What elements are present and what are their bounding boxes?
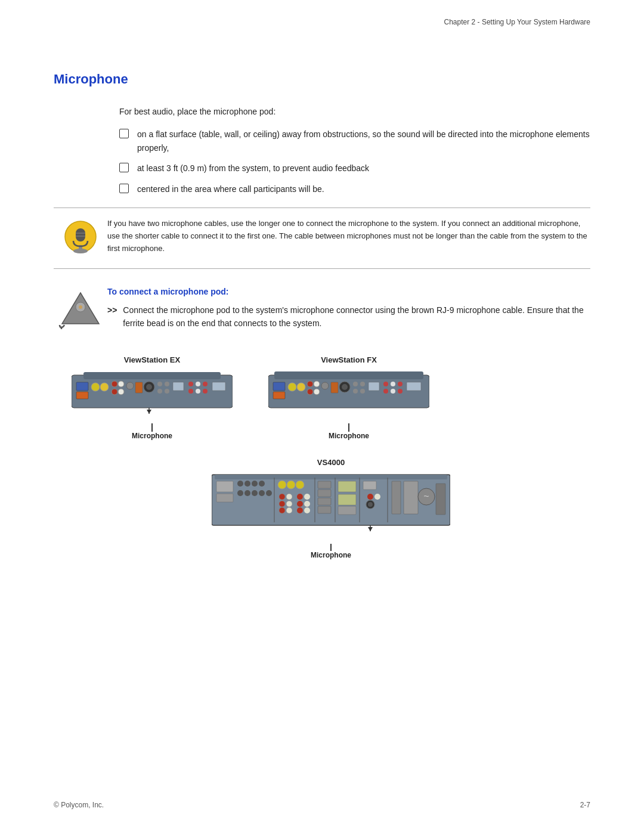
svg-point-84 (286, 501, 292, 507)
bullet-text-2: at least 3 ft (0.9 m) from the system, t… (137, 162, 369, 175)
connector-label-vs4000: Microphone (311, 551, 351, 559)
checkbox-icon (119, 184, 129, 193)
diagram-label-ex: ViewStation EX (124, 355, 180, 364)
svg-point-75 (259, 490, 265, 496)
svg-point-104 (367, 494, 373, 500)
svg-point-90 (304, 501, 310, 507)
svg-rect-100 (338, 494, 356, 505)
svg-point-47 (314, 389, 320, 395)
checkbox-icon (119, 129, 129, 138)
svg-point-59 (391, 382, 395, 386)
bullet-text-1: on a flat surface (table, wall, or ceili… (137, 128, 590, 154)
svg-point-16 (112, 381, 117, 387)
list-item: at least 3 ft (0.9 m) from the system, t… (119, 162, 590, 175)
svg-point-26 (165, 382, 169, 386)
svg-point-78 (278, 481, 286, 489)
svg-point-58 (383, 389, 388, 394)
svg-point-20 (126, 382, 134, 389)
page-container: Chapter 2 - Setting Up Your System Hardw… (0, 0, 644, 833)
diagram-image-vs4000: ~ (212, 472, 450, 539)
breadcrumb-text: Chapter 2 - Setting Up Your System Hardw… (444, 18, 590, 26)
tip-icon (63, 220, 98, 259)
svg-rect-101 (338, 506, 356, 515)
svg-point-61 (398, 382, 402, 386)
svg-rect-40 (273, 382, 285, 391)
intro-text: For best audio, place the microphone pod… (119, 105, 590, 118)
svg-rect-3 (76, 228, 85, 241)
vs4000-section: VS4000 (72, 458, 590, 559)
svg-point-23 (146, 384, 152, 390)
svg-rect-38 (268, 375, 429, 408)
svg-rect-56 (369, 382, 379, 391)
svg-point-89 (297, 501, 303, 507)
svg-point-9 (79, 305, 82, 309)
svg-point-14 (91, 383, 100, 391)
checkbox-icon (119, 163, 129, 172)
svg-rect-28 (173, 382, 184, 391)
svg-point-31 (196, 382, 200, 386)
page-title: Microphone (54, 72, 590, 87)
svg-point-83 (279, 501, 285, 507)
svg-rect-63 (407, 382, 421, 391)
svg-point-73 (244, 490, 250, 496)
section-icon (54, 287, 107, 329)
svg-point-91 (297, 507, 303, 513)
svg-point-68 (237, 481, 243, 487)
instruction-bullet: >> Connect the microphone pod to the sys… (107, 304, 590, 330)
diagrams-row-viewstation: ViewStation EX (72, 355, 590, 440)
diagram-image-fx (268, 369, 429, 419)
mic-label-fx: Microphone (329, 423, 369, 440)
svg-point-54 (360, 382, 365, 386)
arrow-line-ex (151, 423, 153, 432)
svg-point-55 (360, 389, 365, 394)
svg-point-15 (100, 383, 109, 391)
vs4000-panel: ~ (212, 472, 450, 537)
diagram-image-ex (72, 369, 233, 419)
svg-point-34 (203, 389, 208, 394)
svg-point-62 (398, 389, 402, 394)
svg-rect-12 (76, 382, 88, 391)
vs4000-label: VS4000 (317, 458, 345, 467)
svg-point-42 (288, 383, 296, 391)
svg-point-17 (112, 389, 117, 395)
svg-point-25 (157, 389, 162, 394)
svg-rect-66 (216, 481, 233, 492)
svg-rect-13 (76, 392, 88, 399)
list-item: on a flat surface (table, wall, or ceili… (119, 128, 590, 154)
footer: © Polycom, Inc. 2-7 (54, 801, 590, 809)
svg-point-82 (286, 494, 292, 500)
svg-rect-109 (392, 481, 401, 514)
svg-point-87 (297, 494, 303, 500)
svg-point-105 (374, 494, 380, 500)
svg-rect-21 (135, 382, 143, 393)
svg-point-19 (118, 389, 124, 395)
diagram-label-fx: ViewStation FX (321, 355, 377, 364)
svg-point-33 (203, 382, 208, 386)
svg-rect-49 (331, 382, 338, 393)
svg-point-45 (307, 389, 313, 395)
svg-point-76 (266, 490, 272, 496)
svg-rect-67 (216, 494, 233, 502)
connector-label-fx: Microphone (329, 432, 369, 440)
svg-rect-95 (318, 490, 331, 497)
svg-point-88 (304, 494, 310, 500)
svg-point-30 (188, 389, 193, 394)
info-box-icon (54, 218, 107, 259)
svg-point-24 (157, 382, 162, 386)
svg-point-80 (296, 481, 304, 489)
svg-point-71 (259, 481, 265, 487)
svg-point-72 (237, 490, 243, 496)
svg-text:~: ~ (423, 491, 429, 501)
diagram-viewstation-ex: ViewStation EX (72, 355, 233, 440)
header-breadcrumb: Chapter 2 - Setting Up Your System Hardw… (444, 18, 590, 26)
svg-point-43 (297, 383, 305, 391)
svg-rect-113 (436, 484, 445, 515)
section-instructions: To connect a microphone pod: >> Connect … (54, 287, 590, 337)
svg-rect-110 (404, 481, 418, 514)
svg-point-107 (368, 502, 373, 507)
arrow-symbol: >> (107, 304, 117, 317)
svg-point-74 (252, 490, 258, 496)
viewstation-fx-panel (268, 369, 429, 417)
list-item: centered in the area where call particip… (119, 182, 590, 196)
info-box: If you have two microphone cables, use t… (54, 208, 590, 269)
